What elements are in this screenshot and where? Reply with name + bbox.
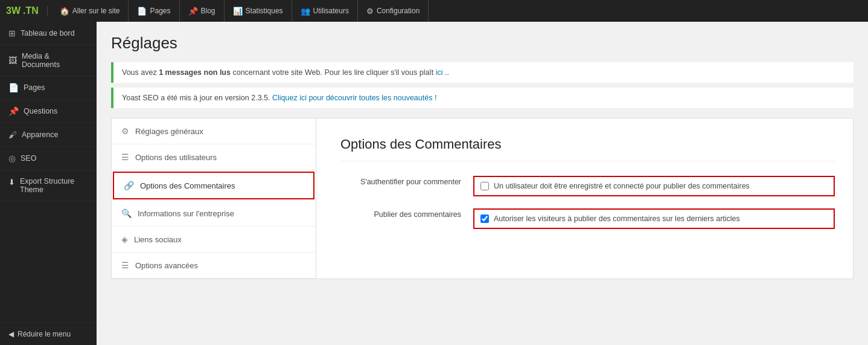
- menu-social-label: Liens sociaux: [134, 235, 182, 244]
- notice1-text-after: concernant votre site Web. Pour les lire…: [232, 68, 435, 77]
- sidebar-item-pages[interactable]: 📄 Pages: [0, 76, 97, 100]
- main-content: Réglages Vous avez 1 messages non lus co…: [97, 22, 868, 345]
- notice-yoast: Yoast SEO a été mis à jour en version 2.…: [111, 88, 854, 108]
- sidebar-item-media[interactable]: 🖼 Media & Documents: [0, 45, 97, 76]
- setting-label-auth: S'authentifier pour commenter: [340, 176, 461, 186]
- config-icon: ⚙: [366, 7, 374, 16]
- settings-menu: ⚙ Réglages généraux ☰ Options des utilis…: [111, 118, 316, 279]
- checkbox-publish-label: Autoriser les visiteurs à publier des co…: [494, 214, 740, 223]
- nav-blog[interactable]: 📌 Blog: [180, 0, 225, 22]
- sidebar-seo-label: SEO: [21, 154, 36, 163]
- users-icon: 👥: [301, 7, 310, 16]
- sidebar-item-export[interactable]: ⬇ Export Structure Theme: [0, 170, 97, 201]
- sidebar-media-label: Media & Documents: [22, 52, 88, 69]
- notice2-text: Yoast SEO a été mis à jour en version 2.…: [122, 94, 272, 102]
- export-icon: ⬇: [8, 178, 15, 187]
- comments-icon: 🔗: [124, 181, 134, 190]
- nav-config-label: Configuration: [377, 7, 420, 15]
- checkbox-auth[interactable]: [480, 182, 489, 190]
- notice1-link[interactable]: ici: [436, 68, 443, 77]
- questions-icon: 📌: [8, 106, 19, 116]
- pages-icon: 📄: [137, 7, 147, 16]
- setting-label-publish: Publier des commentaires: [340, 208, 461, 219]
- nav-users-label: Utilisateurs: [313, 7, 349, 15]
- media-icon: 🖼: [8, 56, 17, 65]
- main-layout: ⊞ Tableau de bord 🖼 Media & Documents 📄 …: [0, 22, 868, 345]
- menu-item-comments[interactable]: 🔗 Options des Commentaires: [113, 172, 314, 199]
- setting-control-auth: Un utilisateur doit être enregistré et c…: [473, 176, 835, 196]
- top-navigation: 3W .TN 🏠 Aller sur le site 📄 Pages 📌 Blo…: [0, 0, 868, 22]
- sidebar-export-label: Export Structure Theme: [20, 177, 88, 194]
- nav-pages[interactable]: 📄 Pages: [129, 0, 179, 22]
- menu-item-general[interactable]: ⚙ Réglages généraux: [112, 118, 316, 144]
- sidebar-questions-label: Questions: [24, 107, 57, 115]
- settings-panel: Options des Commentaires S'authentifier …: [316, 118, 854, 279]
- seo-icon: ◎: [8, 153, 16, 163]
- nav-stats-label: Statistiques: [246, 7, 283, 15]
- settings-panel-title: Options des Commentaires: [340, 137, 835, 161]
- reduce-icon: ◀: [8, 330, 14, 338]
- logo[interactable]: 3W .TN: [6, 5, 39, 16]
- menu-advanced-label: Options avancées: [135, 261, 198, 270]
- setting-row-publish: Publier des commentaires Autoriser les v…: [340, 208, 835, 229]
- sidebar-dashboard-label: Tableau de bord: [21, 29, 75, 37]
- menu-item-advanced[interactable]: ☰ Options avancées: [112, 253, 316, 279]
- sidebar-item-seo[interactable]: ◎ SEO: [0, 147, 97, 170]
- users-options-icon: ☰: [121, 152, 129, 162]
- menu-item-social[interactable]: ◈ Liens sociaux: [112, 227, 316, 253]
- notice2-link[interactable]: Cliquez ici pour découvrir toutes les no…: [272, 94, 436, 102]
- nav-home-label: Aller sur le site: [72, 7, 120, 15]
- dashboard-icon: ⊞: [8, 28, 16, 38]
- company-icon: 🔍: [121, 208, 132, 218]
- sidebar-item-apparence[interactable]: 🖌 Apparence: [0, 123, 97, 147]
- pages-sidebar-icon: 📄: [8, 83, 19, 92]
- sidebar-apparence-label: Apparence: [22, 131, 58, 139]
- sidebar-reduce[interactable]: ◀ Réduire le menu: [0, 323, 97, 345]
- checkbox-publish[interactable]: [480, 214, 489, 223]
- settings-container: ⚙ Réglages généraux ☰ Options des utilis…: [111, 118, 854, 279]
- advanced-icon: ☰: [121, 260, 129, 270]
- nav-blog-label: Blog: [201, 7, 215, 15]
- home-icon: 🏠: [60, 7, 69, 16]
- notice1-text-before: Vous avez: [122, 68, 159, 77]
- page-title: Réglages: [111, 34, 854, 53]
- nav-home[interactable]: 🏠 Aller sur le site: [51, 0, 129, 22]
- logo-tn: .TN: [23, 5, 39, 16]
- nav-config[interactable]: ⚙ Configuration: [358, 0, 429, 22]
- sidebar-item-dashboard[interactable]: ⊞ Tableau de bord: [0, 22, 97, 45]
- menu-comments-label: Options des Commentaires: [140, 181, 235, 190]
- social-icon: ◈: [121, 234, 128, 244]
- notice1-text-end: ..: [445, 68, 449, 77]
- checkbox-auth-label: Un utilisateur doit être enregistré et c…: [494, 182, 750, 190]
- blog-icon: 📌: [188, 7, 198, 16]
- apparence-icon: 🖌: [8, 130, 17, 140]
- nav-stats[interactable]: 📊 Statistiques: [225, 0, 292, 22]
- menu-item-users-options[interactable]: ☰ Options des utilisateurs: [112, 144, 316, 170]
- sidebar-pages-label: Pages: [24, 83, 45, 92]
- nav-users[interactable]: 👥 Utilisateurs: [292, 0, 358, 22]
- setting-row-auth: S'authentifier pour commenter Un utilisa…: [340, 176, 835, 196]
- stats-icon: 📊: [233, 7, 243, 16]
- general-icon: ⚙: [121, 126, 129, 136]
- menu-users-options-label: Options des utilisateurs: [135, 153, 217, 162]
- menu-general-label: Réglages généraux: [135, 127, 203, 136]
- notice1-highlight: 1 messages non lus: [159, 68, 231, 77]
- top-nav-items: 🏠 Aller sur le site 📄 Pages 📌 Blog 📊 Sta…: [51, 0, 429, 22]
- sidebar-item-questions[interactable]: 📌 Questions: [0, 100, 97, 123]
- setting-control-publish: Autoriser les visiteurs à publier des co…: [473, 208, 835, 229]
- sidebar-reduce-label: Réduire le menu: [18, 330, 71, 338]
- menu-item-company[interactable]: 🔍 Informations sur l'entreprise: [112, 201, 316, 227]
- sidebar: ⊞ Tableau de bord 🖼 Media & Documents 📄 …: [0, 22, 97, 345]
- logo-3w: 3W: [6, 5, 21, 16]
- menu-company-label: Informations sur l'entreprise: [138, 209, 234, 218]
- notice-messages: Vous avez 1 messages non lus concernant …: [111, 62, 854, 83]
- nav-pages-label: Pages: [150, 7, 170, 15]
